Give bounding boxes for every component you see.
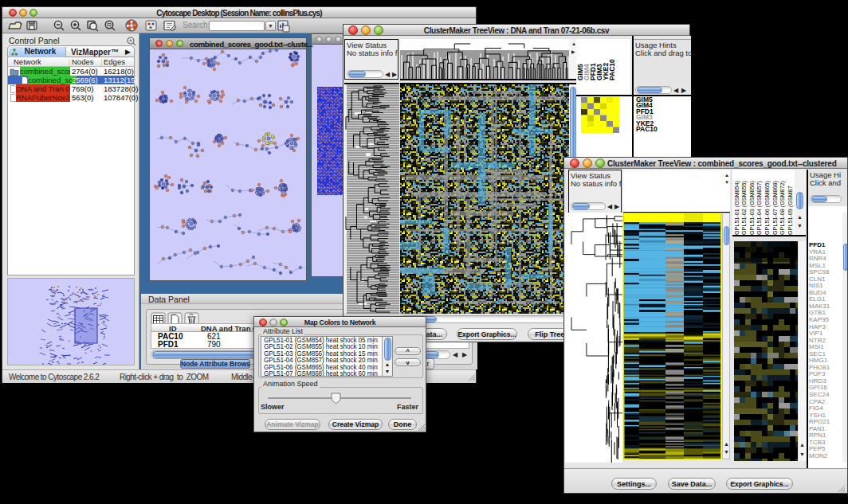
svg-text:GPL51-07 (GSM868): GPL51-07 (GSM868) (771, 181, 779, 235)
svg-text:GPL51-09 (GSM87: GPL51-09 (GSM87 (787, 185, 794, 235)
svg-text:GPL51-01 (GSM854): GPL51-01 (GSM854) (733, 181, 740, 235)
svg-text:Search:: Search: (183, 21, 210, 29)
svg-text:GPL51-08 (GSM872): GPL51-08 (GSM872) (779, 181, 786, 235)
svg-text:GPL51-04 (GSM857): GPL51-04 (GSM857) (756, 181, 763, 235)
svg-text:GPL51-03 (GSM856): GPL51-03 (GSM856) (748, 181, 756, 235)
svg-text:PAC10: PAC10 (608, 59, 616, 80)
svg-text:GPL51-06 (GSM865): GPL51-06 (GSM865) (764, 181, 771, 235)
svg-text:GPL51-02 (GSM855): GPL51-02 (GSM855) (740, 181, 748, 235)
